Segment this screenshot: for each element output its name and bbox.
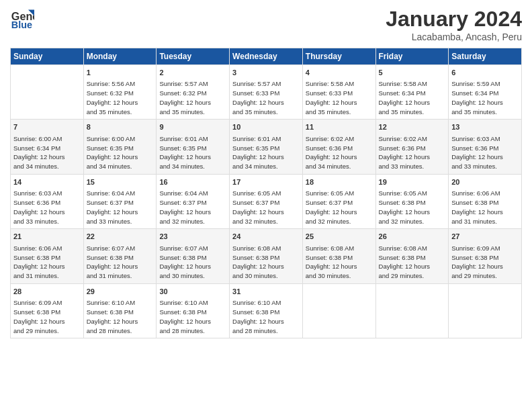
cell-w1-d5: 12Sunrise: 6:02 AM Sunset: 6:36 PM Dayli…	[375, 120, 449, 174]
header: General Blue January 2024 Lacabamba, Anc…	[10, 7, 522, 42]
cell-content: Sunrise: 6:05 AM Sunset: 6:38 PM Dayligh…	[379, 189, 446, 226]
cell-w3-d2: 23Sunrise: 6:07 AM Sunset: 6:38 PM Dayli…	[157, 229, 230, 283]
cell-w0-d4: 4Sunrise: 5:58 AM Sunset: 6:33 PM Daylig…	[302, 65, 375, 120]
day-number: 11	[306, 122, 373, 132]
cell-content: Sunrise: 6:06 AM Sunset: 6:38 PM Dayligh…	[451, 189, 519, 226]
week-row-5: 28Sunrise: 6:09 AM Sunset: 6:38 PM Dayli…	[11, 283, 522, 338]
day-number: 5	[379, 68, 446, 78]
week-row-3: 14Sunrise: 6:03 AM Sunset: 6:36 PM Dayli…	[11, 174, 522, 228]
cell-content: Sunrise: 6:00 AM Sunset: 6:35 PM Dayligh…	[87, 134, 154, 171]
calendar-table: Sunday Monday Tuesday Wednesday Thursday…	[10, 48, 522, 338]
day-number: 27	[451, 232, 519, 242]
cell-content: Sunrise: 6:04 AM Sunset: 6:37 PM Dayligh…	[159, 189, 226, 226]
cell-content: Sunrise: 6:10 AM Sunset: 6:38 PM Dayligh…	[232, 298, 300, 335]
col-thursday: Thursday	[302, 48, 375, 65]
cell-w4-d3: 31Sunrise: 6:10 AM Sunset: 6:38 PM Dayli…	[230, 283, 303, 338]
col-sunday: Sunday	[11, 48, 84, 65]
day-number: 8	[87, 122, 154, 132]
day-number: 12	[379, 122, 446, 132]
cell-content: Sunrise: 6:09 AM Sunset: 6:38 PM Dayligh…	[451, 244, 519, 281]
title-area: January 2024 Lacabamba, Ancash, Peru	[386, 7, 522, 42]
cell-w3-d4: 25Sunrise: 6:08 AM Sunset: 6:38 PM Dayli…	[302, 229, 375, 283]
cell-content: Sunrise: 5:57 AM Sunset: 6:33 PM Dayligh…	[232, 79, 300, 116]
cell-w0-d3: 3Sunrise: 5:57 AM Sunset: 6:33 PM Daylig…	[230, 65, 303, 120]
cell-content: Sunrise: 5:56 AM Sunset: 6:32 PM Dayligh…	[87, 79, 154, 116]
cell-w4-d6	[449, 283, 522, 338]
logo-icon: General Blue	[10, 7, 34, 31]
cell-content: Sunrise: 6:00 AM Sunset: 6:34 PM Dayligh…	[13, 134, 81, 171]
col-saturday: Saturday	[449, 48, 522, 65]
day-number: 9	[159, 122, 226, 132]
day-number: 16	[159, 177, 226, 187]
day-number: 2	[159, 68, 226, 78]
week-row-4: 21Sunrise: 6:06 AM Sunset: 6:38 PM Dayli…	[11, 229, 522, 283]
cell-w4-d1: 29Sunrise: 6:10 AM Sunset: 6:38 PM Dayli…	[83, 283, 157, 338]
col-tuesday: Tuesday	[157, 48, 230, 65]
cell-w0-d5: 5Sunrise: 5:58 AM Sunset: 6:34 PM Daylig…	[375, 65, 449, 120]
cell-w0-d0	[11, 65, 84, 120]
cell-content: Sunrise: 6:07 AM Sunset: 6:38 PM Dayligh…	[87, 244, 154, 281]
day-number: 18	[306, 177, 373, 187]
day-number: 30	[159, 287, 226, 297]
cell-w2-d1: 15Sunrise: 6:04 AM Sunset: 6:37 PM Dayli…	[83, 174, 157, 228]
day-number: 10	[232, 122, 300, 132]
week-row-1: 1Sunrise: 5:56 AM Sunset: 6:32 PM Daylig…	[11, 65, 522, 120]
day-number: 17	[232, 177, 300, 187]
cell-content: Sunrise: 5:59 AM Sunset: 6:34 PM Dayligh…	[451, 79, 519, 116]
day-number: 22	[87, 232, 154, 242]
cell-content: Sunrise: 6:09 AM Sunset: 6:38 PM Dayligh…	[13, 298, 81, 335]
cell-w1-d3: 10Sunrise: 6:01 AM Sunset: 6:35 PM Dayli…	[230, 120, 303, 174]
cell-w4-d2: 30Sunrise: 6:10 AM Sunset: 6:38 PM Dayli…	[157, 283, 230, 338]
day-number: 1	[87, 68, 154, 78]
cell-w2-d3: 17Sunrise: 6:05 AM Sunset: 6:37 PM Dayli…	[230, 174, 303, 228]
cell-content: Sunrise: 6:03 AM Sunset: 6:36 PM Dayligh…	[451, 134, 519, 171]
cell-w0-d6: 6Sunrise: 5:59 AM Sunset: 6:34 PM Daylig…	[449, 65, 522, 120]
day-number: 20	[451, 177, 519, 187]
cell-w1-d4: 11Sunrise: 6:02 AM Sunset: 6:36 PM Dayli…	[302, 120, 375, 174]
day-number: 3	[232, 68, 300, 78]
day-number: 29	[87, 287, 154, 297]
cell-w1-d1: 8Sunrise: 6:00 AM Sunset: 6:35 PM Daylig…	[83, 120, 157, 174]
cell-w4-d4	[302, 283, 375, 338]
cell-content: Sunrise: 6:02 AM Sunset: 6:36 PM Dayligh…	[379, 134, 446, 171]
cell-content: Sunrise: 6:10 AM Sunset: 6:38 PM Dayligh…	[87, 298, 154, 335]
cell-w1-d0: 7Sunrise: 6:00 AM Sunset: 6:34 PM Daylig…	[11, 120, 84, 174]
logo: General Blue	[10, 7, 34, 31]
cell-w3-d1: 22Sunrise: 6:07 AM Sunset: 6:38 PM Dayli…	[83, 229, 157, 283]
day-number: 26	[379, 232, 446, 242]
col-wednesday: Wednesday	[230, 48, 303, 65]
day-number: 31	[232, 287, 300, 297]
day-number: 28	[13, 287, 81, 297]
cell-w2-d0: 14Sunrise: 6:03 AM Sunset: 6:36 PM Dayli…	[11, 174, 84, 228]
cell-content: Sunrise: 6:01 AM Sunset: 6:35 PM Dayligh…	[159, 134, 226, 171]
cell-content: Sunrise: 6:03 AM Sunset: 6:36 PM Dayligh…	[13, 189, 81, 226]
cell-content: Sunrise: 5:58 AM Sunset: 6:33 PM Dayligh…	[306, 79, 373, 116]
cell-w2-d2: 16Sunrise: 6:04 AM Sunset: 6:37 PM Dayli…	[157, 174, 230, 228]
day-number: 19	[379, 177, 446, 187]
cell-content: Sunrise: 6:08 AM Sunset: 6:38 PM Dayligh…	[379, 244, 446, 281]
cell-w3-d0: 21Sunrise: 6:06 AM Sunset: 6:38 PM Dayli…	[11, 229, 84, 283]
day-number: 21	[13, 232, 81, 242]
main-title: January 2024	[386, 7, 522, 32]
cell-content: Sunrise: 6:05 AM Sunset: 6:37 PM Dayligh…	[306, 189, 373, 226]
col-friday: Friday	[375, 48, 449, 65]
day-number: 24	[232, 232, 300, 242]
cell-content: Sunrise: 5:57 AM Sunset: 6:32 PM Dayligh…	[159, 79, 226, 116]
cell-w2-d4: 18Sunrise: 6:05 AM Sunset: 6:37 PM Dayli…	[302, 174, 375, 228]
cell-content: Sunrise: 6:10 AM Sunset: 6:38 PM Dayligh…	[159, 298, 226, 335]
week-row-2: 7Sunrise: 6:00 AM Sunset: 6:34 PM Daylig…	[11, 120, 522, 174]
day-number: 7	[13, 122, 81, 132]
svg-text:Blue: Blue	[11, 19, 32, 30]
cell-w2-d5: 19Sunrise: 6:05 AM Sunset: 6:38 PM Dayli…	[375, 174, 449, 228]
col-monday: Monday	[83, 48, 157, 65]
cell-content: Sunrise: 6:07 AM Sunset: 6:38 PM Dayligh…	[159, 244, 226, 281]
cell-w4-d5	[375, 283, 449, 338]
subtitle: Lacabamba, Ancash, Peru	[386, 32, 522, 42]
day-number: 13	[451, 122, 519, 132]
day-number: 23	[159, 232, 226, 242]
day-number: 4	[306, 68, 373, 78]
cell-w0-d2: 2Sunrise: 5:57 AM Sunset: 6:32 PM Daylig…	[157, 65, 230, 120]
cell-w2-d6: 20Sunrise: 6:06 AM Sunset: 6:38 PM Dayli…	[449, 174, 522, 228]
cell-content: Sunrise: 6:02 AM Sunset: 6:36 PM Dayligh…	[306, 134, 373, 171]
day-number: 15	[87, 177, 154, 187]
